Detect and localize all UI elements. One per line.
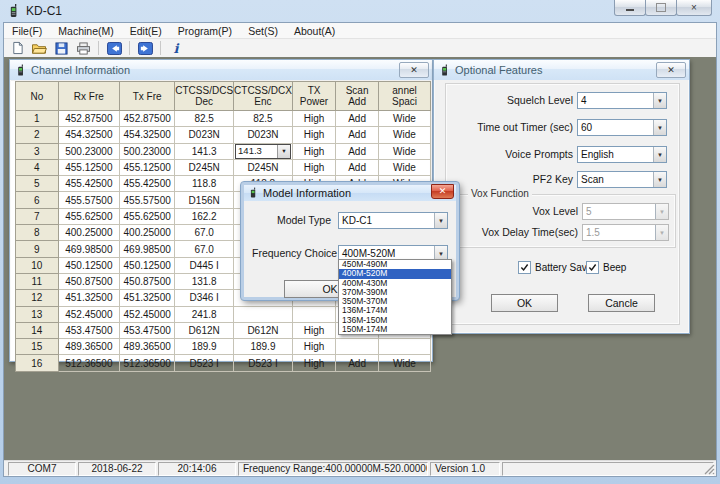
- table-cell[interactable]: 455.42500: [58, 176, 119, 192]
- table-cell[interactable]: High: [292, 355, 335, 371]
- table-cell[interactable]: 455.42500: [120, 176, 175, 192]
- voice-prompts-combo[interactable]: English▼: [577, 146, 667, 163]
- table-cell[interactable]: 141.3: [175, 143, 234, 159]
- menu-item-machine[interactable]: Machine(M): [50, 23, 121, 38]
- table-cell[interactable]: 82.5: [234, 111, 293, 127]
- table-cell[interactable]: D346 I: [175, 290, 234, 306]
- table-cell[interactable]: Wide: [379, 111, 431, 127]
- resize-grip[interactable]: [704, 464, 715, 475]
- table-cell[interactable]: D023N: [175, 127, 234, 143]
- row-number[interactable]: 15: [16, 339, 59, 355]
- table-cell[interactable]: 131.8: [175, 273, 234, 289]
- table-cell[interactable]: 455.12500: [120, 159, 175, 175]
- table-cell[interactable]: Wide: [379, 355, 431, 371]
- table-cell[interactable]: Wide: [379, 159, 431, 175]
- table-cell[interactable]: 452.45000: [58, 306, 119, 322]
- menu-item-set[interactable]: Set(S): [240, 23, 286, 38]
- menu-item-file[interactable]: File(F): [4, 23, 50, 38]
- row-number[interactable]: 5: [16, 176, 59, 192]
- chevron-down-icon[interactable]: ▼: [653, 172, 666, 187]
- table-cell[interactable]: 189.9: [234, 339, 293, 355]
- new-file-icon[interactable]: [8, 40, 26, 56]
- table-cell[interactable]: 455.12500: [58, 159, 119, 175]
- row-number[interactable]: 12: [16, 290, 59, 306]
- table-cell[interactable]: High: [292, 127, 335, 143]
- battery-save-checkbox[interactable]: [518, 261, 531, 274]
- minimize-button[interactable]: [614, 0, 646, 16]
- close-button[interactable]: ×: [676, 0, 712, 16]
- vox-level-combo[interactable]: 5▼: [582, 203, 669, 220]
- menu-item-about[interactable]: About(A): [286, 23, 343, 38]
- read-from-radio-icon[interactable]: [105, 40, 123, 56]
- table-cell[interactable]: 82.5: [175, 111, 234, 127]
- optional-ok-button[interactable]: OK: [491, 294, 558, 312]
- table-cell[interactable]: [379, 339, 431, 355]
- enc-active-cell-combo[interactable]: 141.3▼: [235, 144, 291, 159]
- table-cell[interactable]: D523 I: [234, 355, 293, 371]
- chevron-down-icon[interactable]: ▼: [655, 225, 668, 240]
- table-cell[interactable]: [336, 339, 379, 355]
- table-cell[interactable]: [292, 306, 335, 322]
- menu-item-edit[interactable]: Edit(E): [122, 23, 170, 38]
- open-file-icon[interactable]: [30, 40, 48, 56]
- table-cell[interactable]: 450.12500: [58, 257, 119, 273]
- table-cell[interactable]: Add: [336, 143, 379, 159]
- table-cell[interactable]: 450.87500: [120, 273, 175, 289]
- table-cell[interactable]: [234, 306, 293, 322]
- table-cell[interactable]: 189.9: [175, 339, 234, 355]
- row-number[interactable]: 10: [16, 257, 59, 273]
- table-cell[interactable]: Add: [336, 159, 379, 175]
- row-number[interactable]: 2: [16, 127, 59, 143]
- table-cell[interactable]: 450.12500: [120, 257, 175, 273]
- table-cell[interactable]: 451.32500: [120, 290, 175, 306]
- table-cell[interactable]: High: [292, 111, 335, 127]
- row-number[interactable]: 13: [16, 306, 59, 322]
- table-cell[interactable]: 469.98500: [58, 241, 119, 257]
- row-number[interactable]: 11: [16, 273, 59, 289]
- table-cell[interactable]: 400.25000: [120, 225, 175, 241]
- print-icon[interactable]: [74, 40, 92, 56]
- table-cell[interactable]: 489.36500: [58, 339, 119, 355]
- table-cell[interactable]: 500.23000: [58, 143, 119, 159]
- model-type-combo[interactable]: KD-C1 ▼: [338, 212, 448, 229]
- table-cell[interactable]: D245N: [234, 159, 293, 175]
- table-cell[interactable]: Wide: [379, 143, 431, 159]
- row-number[interactable]: 6: [16, 192, 59, 208]
- table-cell[interactable]: Wide: [379, 127, 431, 143]
- table-cell[interactable]: Add: [336, 111, 379, 127]
- table-cell[interactable]: 450.87500: [58, 273, 119, 289]
- table-cell[interactable]: D523 I: [175, 355, 234, 371]
- table-cell[interactable]: 451.32500: [58, 290, 119, 306]
- model-dialog-close-icon[interactable]: ✕: [431, 184, 454, 199]
- maximize-button[interactable]: [645, 0, 677, 16]
- table-cell[interactable]: High: [292, 143, 335, 159]
- row-number[interactable]: 3: [16, 143, 59, 159]
- table-cell[interactable]: 162.2: [175, 208, 234, 224]
- table-cell[interactable]: 469.98500: [120, 241, 175, 257]
- save-icon[interactable]: [52, 40, 70, 56]
- row-number[interactable]: 4: [16, 159, 59, 175]
- table-cell[interactable]: 241.8: [175, 306, 234, 322]
- table-cell[interactable]: High: [292, 339, 335, 355]
- row-number[interactable]: 16: [16, 355, 59, 371]
- vox-delay-time-sec-combo[interactable]: 1.5▼: [582, 224, 669, 241]
- table-cell[interactable]: Add: [336, 355, 379, 371]
- table-cell[interactable]: 452.87500: [58, 111, 119, 127]
- table-cell[interactable]: 500.23000: [120, 143, 175, 159]
- write-to-radio-icon[interactable]: [136, 40, 154, 56]
- table-cell[interactable]: 452.45000: [120, 306, 175, 322]
- table-cell[interactable]: Add: [336, 127, 379, 143]
- table-cell[interactable]: 455.57500: [58, 192, 119, 208]
- chevron-down-icon[interactable]: ▼: [653, 120, 666, 135]
- info-icon[interactable]: i: [167, 40, 185, 56]
- table-cell[interactable]: 118.8: [175, 176, 234, 192]
- beep-checkbox[interactable]: [586, 261, 599, 274]
- table-cell[interactable]: 512.36500: [58, 355, 119, 371]
- table-cell[interactable]: High: [292, 322, 335, 338]
- table-cell[interactable]: 453.47500: [58, 322, 119, 338]
- row-number[interactable]: 8: [16, 225, 59, 241]
- time-out-timer-sec-combo[interactable]: 60▼: [577, 119, 667, 136]
- table-cell[interactable]: 141.3▼: [234, 143, 293, 159]
- table-cell[interactable]: 454.32500: [58, 127, 119, 143]
- chevron-down-icon[interactable]: ▼: [653, 147, 666, 162]
